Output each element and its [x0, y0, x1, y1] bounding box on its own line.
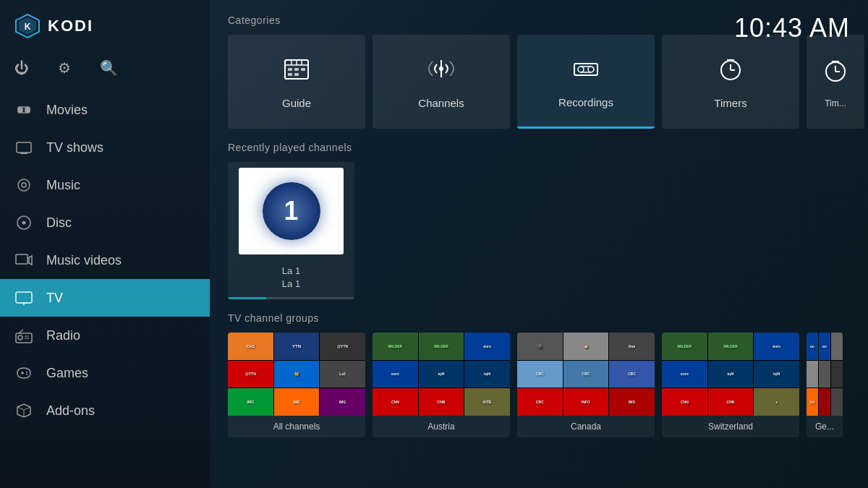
svg-rect-14 [16, 292, 32, 303]
svg-point-36 [439, 67, 443, 71]
channels-label: Channels [418, 97, 464, 109]
group-tile-germany[interactable]: eu eu Un Ge... [807, 333, 843, 437]
group-cell: CBC [517, 388, 563, 416]
group-tile-austria[interactable]: WILDER WILDER euro euro tqfil tqfil CNN … [373, 333, 510, 437]
group-cell: euro [464, 333, 510, 360]
group-cell: eu [819, 333, 830, 360]
sidebar-label-movies: Movies [46, 103, 88, 118]
group-cell: @YTN [320, 333, 365, 360]
category-timers2[interactable]: Tim... [807, 35, 864, 129]
svg-rect-31 [288, 68, 292, 71]
sidebar-item-radio[interactable]: Radio [0, 317, 210, 354]
timers2-label: Tim... [825, 98, 846, 108]
group-cell: euro [754, 333, 799, 360]
clock: 10:43 AM [734, 13, 850, 43]
group-cell [831, 388, 843, 416]
group-cell: Un [807, 388, 818, 416]
group-cell: CH1 [228, 333, 273, 360]
svg-point-24 [26, 374, 27, 375]
group-cell: IMG [228, 388, 273, 416]
group-art-all: CH1 YTN @YTN @YTN 🐱 La1 IMG IMG IMG [228, 333, 365, 416]
group-cell: tqfil [464, 361, 510, 388]
group-cell: @YTN [228, 361, 273, 388]
sidebar-item-disc[interactable]: Disc [0, 204, 210, 241]
timers-label: Timers [714, 97, 746, 109]
svg-point-12 [22, 221, 26, 225]
group-cell: CBC [517, 361, 563, 388]
sidebar-label-add-ons: Add-ons [46, 403, 95, 419]
svg-point-18 [18, 335, 22, 340]
group-cell: 🎬 [517, 333, 563, 360]
svg-text:K: K [25, 22, 31, 32]
recordings-label: Recordings [558, 96, 613, 108]
games-icon [14, 364, 33, 382]
group-cell: CNN [708, 388, 754, 416]
group-cell: euro [662, 361, 707, 388]
top-icons-bar: ⏻ ⚙ 🔍 [0, 52, 210, 91]
movies-icon [14, 100, 33, 119]
sidebar-item-movies[interactable]: Movies [0, 91, 210, 129]
group-cell: 🐱 [274, 361, 320, 388]
group-cell: La1 [320, 361, 365, 388]
group-cell: euro [373, 361, 418, 388]
channel-progress-bar [228, 297, 354, 299]
group-cell: WILDER [708, 333, 754, 360]
svg-rect-6 [17, 142, 31, 153]
category-guide[interactable]: Guide [228, 35, 365, 129]
sidebar-item-music[interactable]: Music [0, 166, 210, 204]
svg-point-39 [588, 67, 594, 72]
group-art-switzerland: WILDER WILDER euro euro tqfil tqfil CNN … [662, 333, 799, 416]
group-cell: CNN [419, 388, 464, 416]
sidebar: K KODI ⏻ ⚙ 🔍 Movies [0, 0, 210, 488]
timers-icon [716, 54, 745, 90]
group-cell: Hse [609, 333, 655, 360]
group-tile-all[interactable]: CH1 YTN @YTN @YTN 🐱 La1 IMG IMG IMG All … [228, 333, 365, 437]
group-art-canada: 🎬 🏠 Hse CBC CBC CBC CBC INFO IMG [517, 333, 655, 416]
svg-rect-32 [294, 68, 299, 71]
guide-icon [282, 54, 311, 90]
group-label-canada: Canada [571, 421, 601, 432]
group-cell [831, 361, 843, 388]
recordings-icon [571, 53, 600, 89]
tv-groups-label: TV channel groups [228, 312, 850, 324]
sidebar-item-tv[interactable]: TV [0, 279, 210, 317]
sidebar-label-music-videos: Music videos [46, 253, 122, 268]
sidebar-label-games: Games [46, 366, 88, 381]
channel-art-la1: 1 [239, 168, 344, 254]
group-tile-canada[interactable]: 🎬 🏠 Hse CBC CBC CBC CBC INFO IMG Canada [517, 333, 655, 437]
category-timers[interactable]: Timers [662, 35, 799, 129]
la1-logo: 1 [263, 182, 320, 240]
category-channels[interactable]: Channels [373, 35, 510, 129]
group-cell [819, 361, 830, 388]
music-videos-icon [14, 251, 33, 270]
search-icon[interactable]: 🔍 [100, 59, 118, 77]
sidebar-item-games[interactable]: Games [0, 354, 210, 392]
sidebar-item-tv-shows[interactable]: TV shows [0, 129, 210, 166]
logo-bar: K KODI [0, 0, 210, 52]
group-cell: CNN [373, 388, 418, 416]
power-icon[interactable]: ⏻ [14, 60, 29, 77]
group-cell: + [754, 388, 799, 416]
group-art-austria: WILDER WILDER euro euro tqfil tqfil CNN … [373, 333, 510, 416]
channel-name-la1: La 1 La 1 [282, 265, 300, 291]
group-cell: CBC [563, 361, 609, 388]
category-recordings[interactable]: Recordings [517, 35, 655, 129]
group-cell: INFO [563, 388, 609, 416]
group-cell: tqfil [708, 361, 754, 388]
group-cell [831, 333, 843, 360]
svg-rect-13 [16, 254, 27, 264]
group-tile-switzerland[interactable]: WILDER WILDER euro euro tqfil tqfil CNN … [662, 333, 799, 437]
settings-icon[interactable]: ⚙ [58, 59, 71, 77]
group-cell [819, 388, 830, 416]
sidebar-label-radio: Radio [46, 328, 80, 343]
channel-tile-la1[interactable]: 1 La 1 La 1 [228, 162, 354, 299]
group-label-switzerland: Switzerland [708, 421, 753, 432]
group-cell: eu [807, 333, 818, 360]
group-cell: tqfil [419, 361, 464, 388]
tv-groups-row: CH1 YTN @YTN @YTN 🐱 La1 IMG IMG IMG All … [228, 333, 850, 437]
group-cell [807, 361, 818, 388]
sidebar-item-add-ons[interactable]: Add-ons [0, 392, 210, 429]
group-label-germany: Ge... [815, 421, 834, 432]
svg-rect-35 [294, 73, 299, 76]
sidebar-item-music-videos[interactable]: Music videos [0, 241, 210, 279]
